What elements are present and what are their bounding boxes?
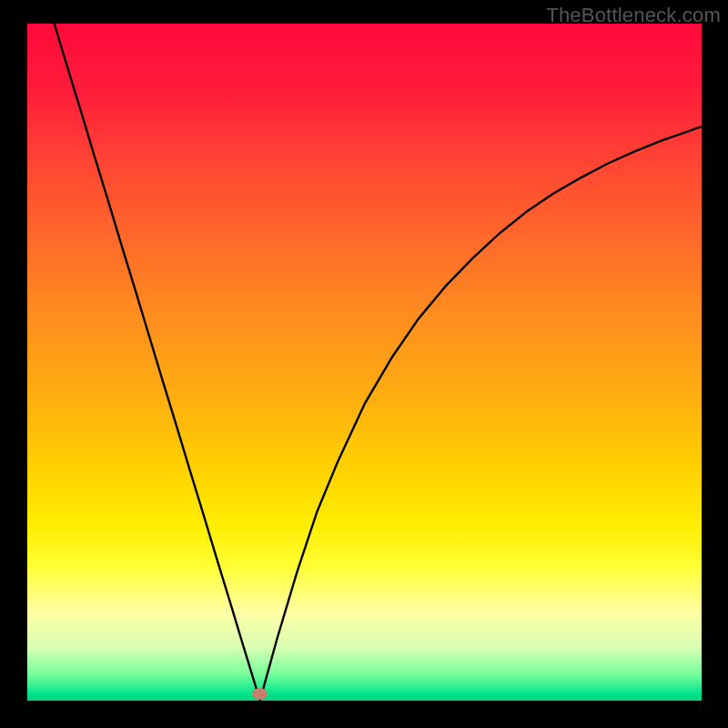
chart-container: TheBottleneck.com	[0, 0, 728, 728]
watermark-text: TheBottleneck.com	[546, 4, 721, 27]
curve-path	[55, 24, 702, 701]
curve-layer	[27, 24, 702, 701]
plot-area	[27, 24, 702, 701]
